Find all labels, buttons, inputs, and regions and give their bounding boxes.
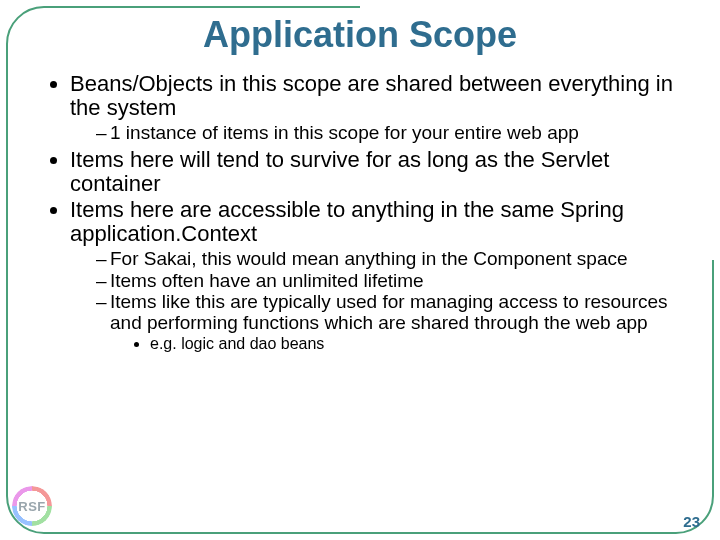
page-number: 23 <box>683 513 700 530</box>
bullet-3-sub-2: Items often have an unlimited lifetime <box>96 270 688 291</box>
bullet-3-sub-3-text: Items like this are typically used for m… <box>110 291 668 333</box>
bullet-2: Items here will tend to survive for as l… <box>70 148 688 196</box>
bullet-1-text: Beans/Objects in this scope are shared b… <box>70 71 673 120</box>
slide-body: Beans/Objects in this scope are shared b… <box>48 72 688 358</box>
bullet-3-sub-3-a: e.g. logic and dao beans <box>150 335 688 353</box>
bullet-1: Beans/Objects in this scope are shared b… <box>70 72 688 144</box>
rsf-logo-text: RSF <box>12 486 52 526</box>
bullet-1-sub-1: 1 instance of items in this scope for yo… <box>96 122 688 143</box>
bullet-3-sub-1: For Sakai, this would mean anything in t… <box>96 248 688 269</box>
bullet-3: Items here are accessible to anything in… <box>70 198 688 354</box>
slide-title: Application Scope <box>0 14 720 56</box>
bullet-3-text: Items here are accessible to anything in… <box>70 197 624 246</box>
rsf-logo: RSF <box>12 486 52 526</box>
bullet-3-sub-3: Items like this are typically used for m… <box>96 291 688 354</box>
